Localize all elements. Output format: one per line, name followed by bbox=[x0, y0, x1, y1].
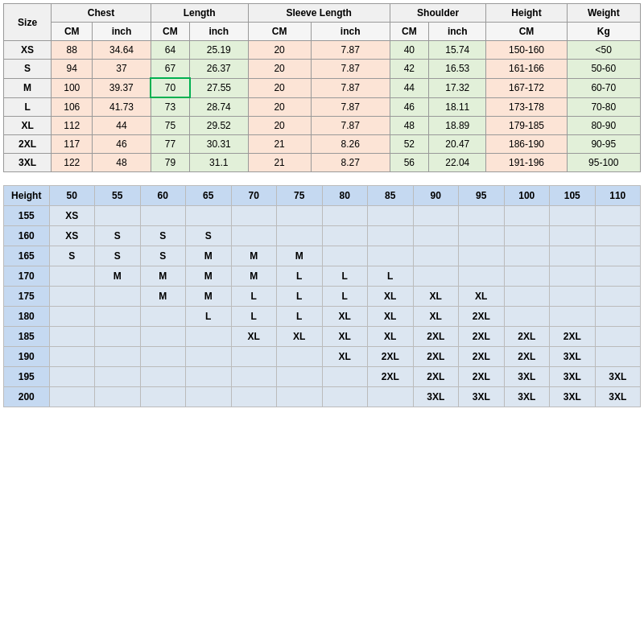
height-row-label: 190 bbox=[4, 347, 50, 367]
length-cm-cell: 75 bbox=[151, 117, 189, 135]
height-cell: 179-185 bbox=[486, 117, 567, 135]
length-cm-cell: 67 bbox=[151, 60, 189, 79]
size-cell: S bbox=[4, 60, 52, 79]
shoulder-inch-cell: 17.32 bbox=[429, 78, 486, 97]
weight-col-header: 65 bbox=[186, 186, 232, 206]
height-row-label: 160 bbox=[4, 226, 50, 246]
size-matrix-cell bbox=[277, 226, 323, 246]
size-matrix-cell: L bbox=[231, 287, 277, 307]
length-cm-cell: 70 bbox=[151, 78, 189, 97]
size-matrix-cell: 3XL bbox=[550, 367, 596, 387]
size-matrix-cell bbox=[95, 347, 141, 367]
size-matrix-cell: 2XL bbox=[413, 367, 459, 387]
size-matrix-cell: M bbox=[186, 246, 232, 266]
size-matrix-cell bbox=[595, 307, 641, 327]
size-matrix-cell: L bbox=[322, 287, 368, 307]
size-matrix-cell bbox=[550, 206, 596, 226]
size-chart-table: Size Chest Length Sleeve Length Shoulder… bbox=[3, 3, 641, 172]
size-matrix-cell: 3XL bbox=[550, 347, 596, 367]
size-matrix-cell: XL bbox=[459, 287, 505, 307]
sleeve-cm-cell: 20 bbox=[248, 41, 311, 60]
size-matrix-cell bbox=[322, 226, 368, 246]
sleeve-cm-cell: 20 bbox=[248, 60, 311, 79]
length-cm-cell: 64 bbox=[151, 41, 189, 60]
size-matrix-cell: S bbox=[95, 226, 141, 246]
size-matrix-cell: M bbox=[277, 246, 323, 266]
length-inch-cell: 30.31 bbox=[190, 135, 248, 154]
size-matrix-cell: 3XL bbox=[595, 387, 641, 407]
height-row-label: 195 bbox=[4, 367, 50, 387]
size-matrix-cell bbox=[413, 206, 459, 226]
size-matrix-cell bbox=[49, 327, 95, 347]
length-cm-cell: 73 bbox=[151, 97, 189, 117]
size-matrix-cell: XS bbox=[49, 206, 95, 226]
chest-cm-cell: 112 bbox=[52, 117, 93, 135]
size-matrix-cell: 3XL bbox=[550, 387, 596, 407]
size-matrix-cell bbox=[186, 367, 232, 387]
sleeve-inch-cell: 7.87 bbox=[311, 41, 390, 60]
size-matrix-cell: M bbox=[231, 246, 277, 266]
size-matrix-cell bbox=[595, 287, 641, 307]
size-matrix-cell bbox=[49, 387, 95, 407]
weight-col-header: 70 bbox=[231, 186, 277, 206]
shoulder-cm-cell: 42 bbox=[390, 60, 428, 79]
shoulder-cm-cell: 56 bbox=[390, 154, 428, 172]
size-matrix-cell: 2XL bbox=[459, 347, 505, 367]
size-matrix-cell bbox=[231, 387, 277, 407]
chest-inch-cell: 39.37 bbox=[93, 78, 151, 97]
size-matrix-cell: L bbox=[277, 307, 323, 327]
length-inch-cell: 26.37 bbox=[190, 60, 248, 79]
shoulder-cm-cell: 44 bbox=[390, 78, 428, 97]
size-cell: 3XL bbox=[4, 154, 52, 172]
weight-col-header: 75 bbox=[277, 186, 323, 206]
size-matrix-cell: XL bbox=[231, 327, 277, 347]
sleeve-inch-cell: 8.26 bbox=[311, 135, 390, 154]
shoulder-cm-cell: 46 bbox=[390, 97, 428, 117]
weight-col-header: 55 bbox=[95, 186, 141, 206]
size-matrix-cell: M bbox=[95, 266, 141, 287]
sleeve-inch-subheader: inch bbox=[311, 23, 390, 41]
size-matrix-cell: S bbox=[186, 226, 232, 246]
height-cm-subheader: CM bbox=[486, 23, 567, 41]
size-matrix-cell: XL bbox=[368, 287, 414, 307]
height-row-label: 185 bbox=[4, 327, 50, 347]
weight-cell: 60-70 bbox=[567, 78, 640, 97]
size-matrix-cell: L bbox=[322, 266, 368, 287]
size-matrix-cell: 2XL bbox=[550, 327, 596, 347]
size-matrix-cell: XL bbox=[277, 327, 323, 347]
size-matrix-cell: L bbox=[277, 287, 323, 307]
size-matrix-cell bbox=[504, 266, 550, 287]
size-matrix-cell bbox=[231, 347, 277, 367]
weight-kg-subheader: Kg bbox=[567, 23, 640, 41]
size-matrix-cell: 2XL bbox=[413, 327, 459, 347]
size-matrix-cell bbox=[322, 246, 368, 266]
length-inch-subheader: inch bbox=[190, 23, 248, 41]
size-matrix-cell: 3XL bbox=[459, 387, 505, 407]
size-matrix-cell bbox=[550, 246, 596, 266]
shoulder-inch-cell: 18.11 bbox=[429, 97, 486, 117]
shoulder-inch-cell: 18.89 bbox=[429, 117, 486, 135]
size-matrix-cell bbox=[95, 387, 141, 407]
size-cell: XL bbox=[4, 117, 52, 135]
length-cm-cell: 79 bbox=[151, 154, 189, 172]
length-inch-cell: 31.1 bbox=[190, 154, 248, 172]
size-matrix-cell: 2XL bbox=[459, 367, 505, 387]
size-matrix-cell bbox=[504, 287, 550, 307]
size-matrix-cell bbox=[504, 206, 550, 226]
size-matrix-cell bbox=[49, 347, 95, 367]
size-matrix-cell: M bbox=[231, 266, 277, 287]
size-matrix-cell: L bbox=[368, 266, 414, 287]
size-matrix-cell bbox=[550, 266, 596, 287]
size-matrix-cell: M bbox=[140, 266, 186, 287]
size-matrix-cell bbox=[277, 387, 323, 407]
weight-col-header: 80 bbox=[322, 186, 368, 206]
chest-cm-cell: 88 bbox=[52, 41, 93, 60]
shoulder-cm-cell: 52 bbox=[390, 135, 428, 154]
size-matrix-cell bbox=[186, 387, 232, 407]
size-matrix-cell bbox=[459, 226, 505, 246]
size-matrix-cell: L bbox=[231, 307, 277, 327]
sleeve-inch-cell: 7.87 bbox=[311, 117, 390, 135]
main-container: Size Chest Length Sleeve Length Shoulder… bbox=[0, 0, 644, 411]
chest-cm-cell: 122 bbox=[52, 154, 93, 172]
size-matrix-cell bbox=[49, 266, 95, 287]
